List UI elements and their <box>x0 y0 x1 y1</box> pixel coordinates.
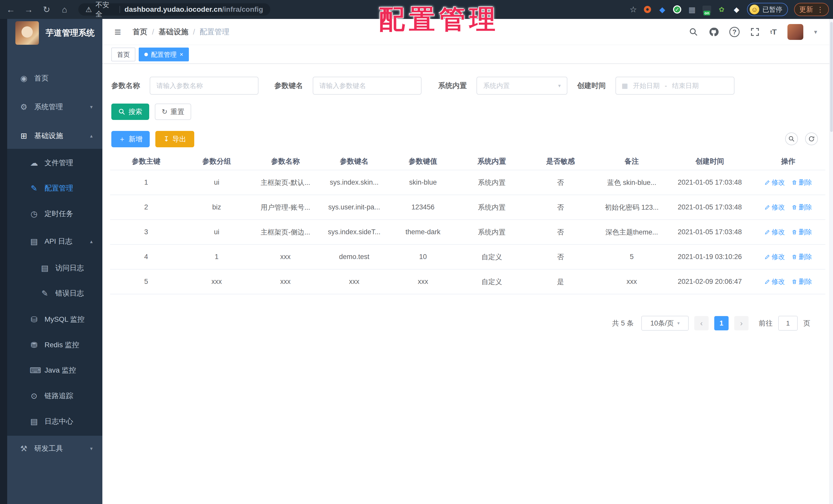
delete-link[interactable]: 删除 <box>791 228 812 236</box>
table-column-header: 参数分组 <box>182 156 251 166</box>
delete-link[interactable]: 删除 <box>791 203 812 212</box>
help-icon[interactable]: ? <box>729 27 740 37</box>
sidebar-item-java-monitor[interactable]: ⌨ Java 监控 <box>7 357 102 383</box>
delete-link[interactable]: 删除 <box>791 178 812 187</box>
system-builtin-select[interactable]: 系统内置 ▾ <box>477 77 567 95</box>
sidebar-item-file-mgmt[interactable]: ☁ 文件管理 <box>7 150 102 176</box>
edit-link-label: 修改 <box>771 228 785 236</box>
param-key-input[interactable] <box>313 77 422 95</box>
fullscreen-icon[interactable] <box>750 27 760 36</box>
browser-forward-button[interactable]: → <box>22 2 36 17</box>
table-cell: 否 <box>526 178 595 187</box>
table-column-header: 是否敏感 <box>526 156 595 166</box>
table-actions-cell: 修改删除 <box>751 203 825 212</box>
sidebar-item-mysql-monitor[interactable]: ⛁ MySQL 监控 <box>7 307 102 332</box>
sidebar-item-system-mgmt[interactable]: ⚙ 系统管理 ▾ <box>7 94 102 120</box>
table-column-header: 参数主键 <box>110 156 182 166</box>
search-button-label: 搜索 <box>128 107 142 116</box>
chevron-up-icon: ▴ <box>90 238 93 245</box>
sidebar-item-api-logs[interactable]: ▤ API 日志 ▴ <box>7 229 102 254</box>
sidebar-item-home[interactable]: ◉ 首页 <box>7 66 102 91</box>
sidebar-item-log-center[interactable]: ▤ 日志中心 <box>7 409 102 434</box>
tag-config-active[interactable]: 配置管理 × <box>139 48 189 61</box>
filter-name-label: 参数名称 <box>111 77 140 95</box>
table-cell: 3 <box>110 228 182 236</box>
edit-link[interactable]: 修改 <box>764 203 785 212</box>
add-button[interactable]: ＋ 新增 <box>111 131 150 147</box>
page-scrollbar[interactable] <box>829 19 833 504</box>
edit-link[interactable]: 修改 <box>764 252 785 261</box>
filter-date-label: 创建时间 <box>577 77 606 95</box>
delete-link[interactable]: 删除 <box>791 252 812 261</box>
avatar-caret-down-icon[interactable]: ▾ <box>814 28 817 35</box>
extension-leaf-icon[interactable]: ✿ <box>717 5 726 14</box>
sidebar-edge-strip <box>0 19 7 504</box>
github-icon[interactable] <box>709 27 719 37</box>
extension-grid-icon[interactable]: ▦ <box>688 5 696 14</box>
chevron-down-icon: ▾ <box>90 446 93 452</box>
extension-orange-icon[interactable] <box>643 5 652 14</box>
current-page-button[interactable]: 1 <box>714 316 729 330</box>
browser-update-button[interactable]: 更新 ⋮ <box>794 3 829 16</box>
app-logo-row[interactable]: 芋道管理系统 <box>7 19 102 47</box>
sidebar-item-infrastructure[interactable]: ⊞ 基础设施 ▴ <box>7 123 102 149</box>
param-name-input[interactable] <box>150 77 259 95</box>
tag-home[interactable]: 首页 <box>111 48 135 61</box>
sidebar-item-scheduled-jobs[interactable]: ◷ 定时任务 <box>7 201 102 227</box>
scrollbar-thumb[interactable] <box>830 22 833 132</box>
app-title: 芋道管理系统 <box>46 27 95 39</box>
breadcrumb-infrastructure[interactable]: 基础设施 <box>159 27 188 37</box>
browser-home-button[interactable]: ⌂ <box>57 2 72 17</box>
extension-check-icon[interactable]: ✓ <box>673 5 682 14</box>
sidebar-toggle-button[interactable]: ≡ <box>111 26 124 39</box>
table-header-row: 参数主键参数分组参数名称参数键名参数键值系统内置是否敏感备注创建时间操作 <box>110 153 825 170</box>
reset-button[interactable]: ↻ 重置 <box>155 104 191 120</box>
edit-link[interactable]: 修改 <box>764 228 785 236</box>
browser-menu-icon[interactable]: ⋮ <box>817 5 824 14</box>
create-time-daterange[interactable]: ▦ 开始日期 - 结束日期 <box>616 77 735 95</box>
table-cell: 2021-01-19 03:10:26 <box>668 253 751 261</box>
end-date-placeholder: 结束日期 <box>672 81 699 90</box>
user-avatar[interactable] <box>787 24 803 40</box>
url-bar[interactable]: ⚠ 不安全 dashboard.yudao.iocoder.cn /infra/… <box>78 3 270 16</box>
page-size-select[interactable]: 10条/页 ▾ <box>641 316 689 331</box>
active-dot <box>144 53 148 56</box>
next-page-button[interactable]: › <box>734 316 748 330</box>
sidebar-item-error-logs[interactable]: ✎ 错误日志 <box>7 280 102 306</box>
sidebar-item-tracing[interactable]: ⊙ 链路追踪 <box>7 383 102 409</box>
hide-search-circle-button[interactable] <box>785 132 798 145</box>
table-row: 2biz用户管理-账号...sys.user.init-pa...123456系… <box>110 195 825 220</box>
sidebar-item-access-logs[interactable]: ▤ 访问日志 <box>7 255 102 281</box>
edit-link[interactable]: 修改 <box>764 178 785 187</box>
refresh-circle-button[interactable] <box>805 132 818 145</box>
table-cell: 否 <box>526 228 595 237</box>
search-button[interactable]: 搜索 <box>111 104 149 120</box>
extensions-puzzle-icon[interactable]: ◆ <box>732 5 741 14</box>
edit-link-label: 修改 <box>771 252 785 261</box>
table-cell: 系统内置 <box>457 203 526 212</box>
breadcrumb-home[interactable]: 首页 <box>133 27 147 37</box>
profile-paused-chip[interactable]: ☺ 已暂停 <box>747 3 788 16</box>
font-size-icon[interactable]: tT <box>770 28 777 36</box>
bookmark-star-icon[interactable]: ☆ <box>629 5 637 14</box>
sidebar-item-config-mgmt[interactable]: ✎ 配置管理 <box>7 175 102 201</box>
orange-donut-icon <box>644 6 651 13</box>
not-secure-label: 不安全 <box>95 0 115 19</box>
goto-page-input[interactable] <box>778 316 798 331</box>
header-actions: ? tT ▾ <box>689 19 817 45</box>
table-cell: 系统内置 <box>457 228 526 237</box>
edit-link[interactable]: 修改 <box>764 277 785 286</box>
sidebar-item-dev-tools[interactable]: ⚒ 研发工具 ▾ <box>7 436 102 461</box>
prev-page-button[interactable]: ‹ <box>694 316 709 330</box>
browser-back-button[interactable]: ← <box>4 2 18 17</box>
search-icon[interactable] <box>689 27 698 36</box>
browser-reload-button[interactable]: ↻ <box>40 2 54 17</box>
delete-link[interactable]: 删除 <box>791 277 812 286</box>
close-icon[interactable]: × <box>180 51 183 58</box>
sidebar-item-redis-monitor[interactable]: ⛃ Redis 监控 <box>7 332 102 358</box>
export-button[interactable]: ↧ 导出 <box>155 131 194 147</box>
extension-pin-icon[interactable]: ◆ <box>658 5 667 14</box>
table-row: 5xxxxxxxxxxxx自定义是xxx2021-02-09 20:06:47修… <box>110 270 825 294</box>
extension-onetab-icon[interactable]: on <box>703 5 711 14</box>
table-cell: 是 <box>526 277 595 286</box>
